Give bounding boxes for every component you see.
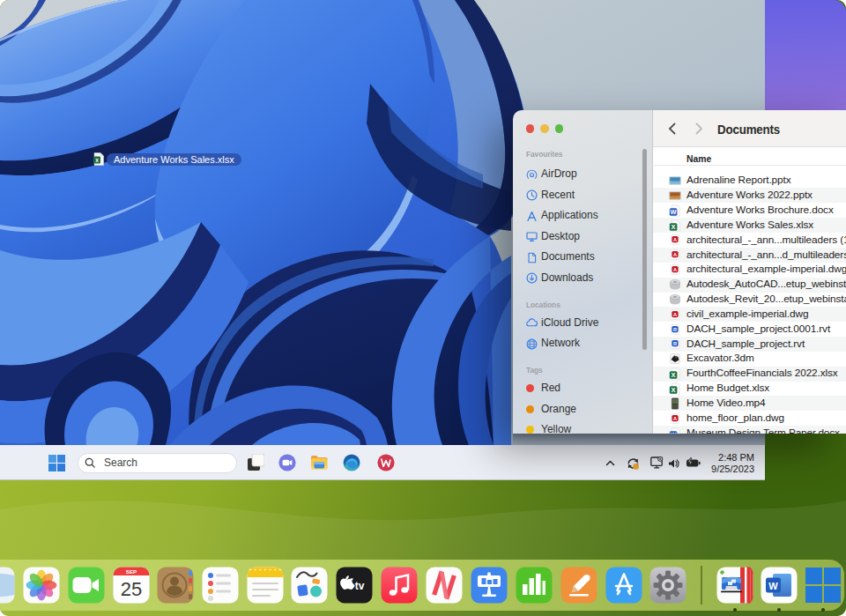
- svg-text:R: R: [673, 341, 677, 346]
- svg-text:X: X: [672, 223, 676, 231]
- svg-text:W: W: [671, 208, 678, 216]
- svg-text:A: A: [673, 237, 677, 242]
- svg-text:A: A: [673, 267, 677, 272]
- svg-text:A: A: [673, 311, 677, 316]
- svg-text:SEP: SEP: [126, 568, 137, 575]
- svg-text:25: 25: [121, 578, 142, 600]
- svg-text:X: X: [672, 386, 676, 394]
- svg-text:A: A: [673, 415, 677, 420]
- svg-text:R: R: [673, 326, 677, 331]
- svg-text:W: W: [768, 581, 778, 591]
- svg-text:tv: tv: [355, 580, 365, 592]
- svg-text:A: A: [673, 252, 677, 257]
- svg-text:W: W: [671, 431, 678, 434]
- svg-text:x: x: [95, 157, 99, 163]
- svg-text:X: X: [672, 371, 676, 379]
